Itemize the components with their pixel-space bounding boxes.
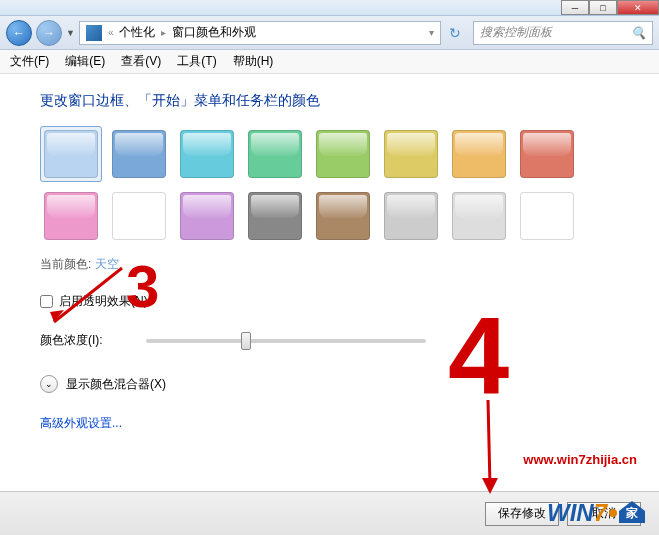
swatch-color	[316, 192, 370, 240]
current-color-label: 当前颜色: 天空	[40, 256, 619, 273]
color-swatch[interactable]	[108, 126, 170, 182]
nav-bar: ← → ▼ « 个性化 ▸ 窗口颜色和外观 ▾ ↻ 搜索控制面板 🔍	[0, 16, 659, 50]
back-button[interactable]: ←	[6, 20, 32, 46]
page-title: 更改窗口边框、「开始」菜单和任务栏的颜色	[40, 92, 619, 110]
swatch-color	[384, 130, 438, 178]
menu-help[interactable]: 帮助(H)	[233, 53, 274, 70]
color-swatch[interactable]	[40, 126, 102, 182]
minimize-button[interactable]: ─	[561, 0, 589, 15]
history-dropdown-icon[interactable]: ▼	[66, 28, 75, 38]
swatch-color	[112, 192, 166, 240]
search-icon: 🔍	[631, 26, 646, 40]
menu-file[interactable]: 文件(F)	[10, 53, 49, 70]
transparency-label: 启用透明效果(N)	[59, 293, 148, 310]
color-swatch[interactable]	[448, 188, 510, 244]
maximize-button[interactable]: □	[589, 0, 617, 15]
transparency-checkbox-row: 启用透明效果(N)	[40, 293, 619, 310]
swatch-color	[248, 130, 302, 178]
color-swatch[interactable]	[380, 188, 442, 244]
footer-bar: 保存修改 取消	[0, 491, 659, 535]
personalization-icon	[86, 25, 102, 41]
breadcrumb-prefix: «	[108, 27, 114, 38]
swatch-color	[452, 192, 506, 240]
color-swatch[interactable]	[176, 126, 238, 182]
swatch-color	[44, 192, 98, 240]
enable-transparency-checkbox[interactable]	[40, 295, 53, 308]
title-bar: ─ □ ✕	[0, 0, 659, 16]
chevron-down-icon[interactable]: ⌄	[40, 375, 58, 393]
swatch-color	[452, 130, 506, 178]
color-swatch[interactable]	[244, 188, 306, 244]
breadcrumb-item-window-color[interactable]: 窗口颜色和外观	[172, 24, 256, 41]
swatch-color	[520, 130, 574, 178]
color-swatch[interactable]	[516, 188, 578, 244]
swatch-color	[520, 192, 574, 240]
menu-tools[interactable]: 工具(T)	[177, 53, 216, 70]
color-swatch[interactable]	[448, 126, 510, 182]
breadcrumb[interactable]: « 个性化 ▸ 窗口颜色和外观 ▾	[79, 21, 441, 45]
save-button[interactable]: 保存修改	[485, 502, 559, 526]
intensity-slider[interactable]	[146, 339, 426, 343]
color-swatch[interactable]	[312, 126, 374, 182]
swatch-color	[112, 130, 166, 178]
advanced-appearance-link[interactable]: 高级外观设置...	[40, 415, 122, 432]
cancel-button[interactable]: 取消	[567, 502, 641, 526]
color-swatch[interactable]	[176, 188, 238, 244]
expander-label: 显示颜色混合器(X)	[66, 376, 166, 393]
menu-edit[interactable]: 编辑(E)	[65, 53, 105, 70]
search-placeholder: 搜索控制面板	[480, 24, 552, 41]
swatch-color	[384, 192, 438, 240]
swatch-color	[44, 130, 98, 178]
color-swatch[interactable]	[380, 126, 442, 182]
chevron-right-icon: ▸	[161, 27, 166, 38]
color-swatch[interactable]	[312, 188, 374, 244]
close-button[interactable]: ✕	[617, 0, 659, 15]
window-controls: ─ □ ✕	[561, 0, 659, 15]
slider-thumb[interactable]	[241, 332, 251, 350]
refresh-button[interactable]: ↻	[445, 25, 465, 41]
swatch-color	[248, 192, 302, 240]
forward-button[interactable]: →	[36, 20, 62, 46]
content-area: 更改窗口边框、「开始」菜单和任务栏的颜色 当前颜色: 天空 启用透明效果(N) …	[0, 74, 659, 492]
intensity-label: 颜色浓度(I):	[40, 332, 126, 349]
swatch-color	[180, 130, 234, 178]
arrow-left-icon: ←	[13, 26, 25, 40]
menu-view[interactable]: 查看(V)	[121, 53, 161, 70]
chevron-down-icon[interactable]: ▾	[429, 27, 434, 38]
color-swatch-row-1	[40, 126, 619, 182]
current-color-name: 天空	[95, 257, 119, 271]
menu-bar: 文件(F) 编辑(E) 查看(V) 工具(T) 帮助(H)	[0, 50, 659, 74]
swatch-color	[180, 192, 234, 240]
color-swatch-row-2	[40, 188, 619, 244]
color-swatch[interactable]	[244, 126, 306, 182]
search-input[interactable]: 搜索控制面板 🔍	[473, 21, 653, 45]
color-swatch[interactable]	[516, 126, 578, 182]
color-mixer-expander[interactable]: ⌄ 显示颜色混合器(X)	[40, 375, 619, 393]
color-swatch[interactable]	[40, 188, 102, 244]
color-swatch[interactable]	[108, 188, 170, 244]
arrow-right-icon: →	[43, 26, 55, 40]
swatch-color	[316, 130, 370, 178]
intensity-slider-row: 颜色浓度(I):	[40, 332, 619, 349]
breadcrumb-item-personalization[interactable]: 个性化	[119, 24, 155, 41]
